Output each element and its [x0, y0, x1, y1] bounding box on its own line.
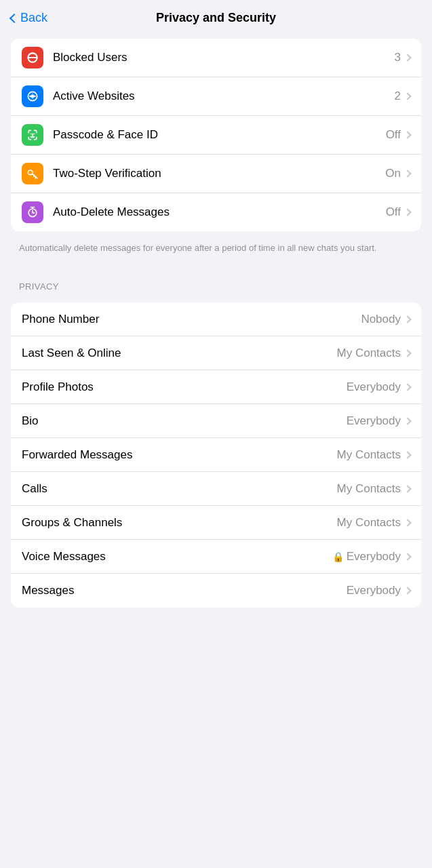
auto-delete-icon	[22, 201, 43, 223]
active-websites-label: Active Websites	[53, 90, 395, 103]
privacy-row-last-seen[interactable]: Last Seen & OnlineMy Contacts	[11, 336, 421, 370]
svg-point-5	[32, 96, 34, 98]
privacy-row-bio[interactable]: BioEverybody	[11, 404, 421, 438]
back-label: Back	[20, 11, 47, 25]
privacy-card: Phone NumberNobodyLast Seen & OnlineMy C…	[11, 302, 421, 608]
passcode-faceid-value: Off	[386, 128, 401, 142]
profile-photos-chevron-icon	[404, 383, 411, 391]
auto-delete-chevron-icon	[404, 208, 411, 216]
calls-value: My Contacts	[337, 482, 401, 496]
blocked-users-icon	[22, 47, 43, 68]
security-row-blocked-users[interactable]: Blocked Users3	[11, 39, 421, 77]
back-chevron-icon	[9, 13, 19, 22]
last-seen-value: My Contacts	[337, 347, 401, 360]
forwarded-messages-chevron-icon	[404, 451, 411, 458]
blocked-users-value: 3	[395, 51, 401, 64]
privacy-row-forwarded-messages[interactable]: Forwarded MessagesMy Contacts	[11, 438, 421, 472]
calls-label: Calls	[22, 482, 337, 496]
bio-value: Everybody	[347, 414, 401, 428]
blocked-users-chevron-icon	[404, 54, 411, 61]
active-websites-value: 2	[395, 90, 401, 103]
privacy-row-calls[interactable]: CallsMy Contacts	[11, 472, 421, 506]
passcode-faceid-icon	[22, 124, 43, 146]
messages-chevron-icon	[404, 587, 411, 595]
messages-label: Messages	[22, 584, 347, 597]
profile-photos-label: Profile Photos	[22, 380, 347, 394]
calls-chevron-icon	[404, 485, 411, 492]
svg-line-10	[33, 174, 37, 178]
privacy-row-phone-number[interactable]: Phone NumberNobody	[11, 302, 421, 336]
voice-messages-chevron-icon	[404, 553, 411, 560]
phone-number-label: Phone Number	[22, 313, 361, 326]
voice-messages-lock-icon: 🔒	[332, 551, 344, 562]
auto-delete-label: Auto-Delete Messages	[53, 205, 386, 219]
last-seen-chevron-icon	[404, 349, 411, 357]
two-step-value: On	[385, 167, 401, 180]
last-seen-label: Last Seen & Online	[22, 347, 337, 360]
bio-chevron-icon	[404, 417, 411, 425]
header: Back Privacy and Security	[0, 0, 432, 33]
passcode-faceid-label: Passcode & Face ID	[53, 128, 386, 142]
privacy-row-profile-photos[interactable]: Profile PhotosEverybody	[11, 370, 421, 404]
two-step-icon	[22, 163, 43, 184]
security-row-active-websites[interactable]: Active Websites2	[11, 77, 421, 116]
page-title: Privacy and Security	[156, 11, 276, 25]
bio-label: Bio	[22, 414, 347, 428]
voice-messages-value: Everybody	[347, 550, 401, 564]
forwarded-messages-label: Forwarded Messages	[22, 448, 337, 462]
two-step-label: Two-Step Verification	[53, 167, 385, 180]
phone-number-value: Nobody	[361, 313, 401, 326]
privacy-row-messages[interactable]: MessagesEverybody	[11, 574, 421, 608]
back-button[interactable]: Back	[11, 11, 47, 25]
voice-messages-label: Voice Messages	[22, 550, 332, 564]
two-step-chevron-icon	[404, 170, 411, 177]
profile-photos-value: Everybody	[347, 380, 401, 394]
passcode-faceid-chevron-icon	[404, 131, 411, 138]
privacy-row-voice-messages[interactable]: Voice Messages🔒Everybody	[11, 540, 421, 574]
blocked-users-label: Blocked Users	[53, 51, 395, 64]
phone-number-chevron-icon	[404, 315, 411, 323]
groups-channels-value: My Contacts	[337, 516, 401, 530]
privacy-section-header: PRIVACY	[0, 268, 432, 297]
groups-channels-chevron-icon	[404, 519, 411, 526]
auto-delete-description: Automatically delete messages for everyo…	[0, 237, 432, 268]
auto-delete-value: Off	[386, 205, 401, 219]
security-row-passcode-faceid[interactable]: Passcode & Face IDOff	[11, 116, 421, 155]
forwarded-messages-value: My Contacts	[337, 448, 401, 462]
messages-value: Everybody	[347, 584, 401, 597]
groups-channels-label: Groups & Channels	[22, 516, 337, 530]
security-row-two-step[interactable]: Two-Step VerificationOn	[11, 155, 421, 193]
security-row-auto-delete[interactable]: Auto-Delete MessagesOff	[11, 193, 421, 231]
active-websites-icon	[22, 85, 43, 107]
privacy-row-groups-channels[interactable]: Groups & ChannelsMy Contacts	[11, 506, 421, 540]
active-websites-chevron-icon	[404, 92, 411, 100]
security-card: Blocked Users3 Active Websites2 Passcode…	[11, 39, 421, 231]
